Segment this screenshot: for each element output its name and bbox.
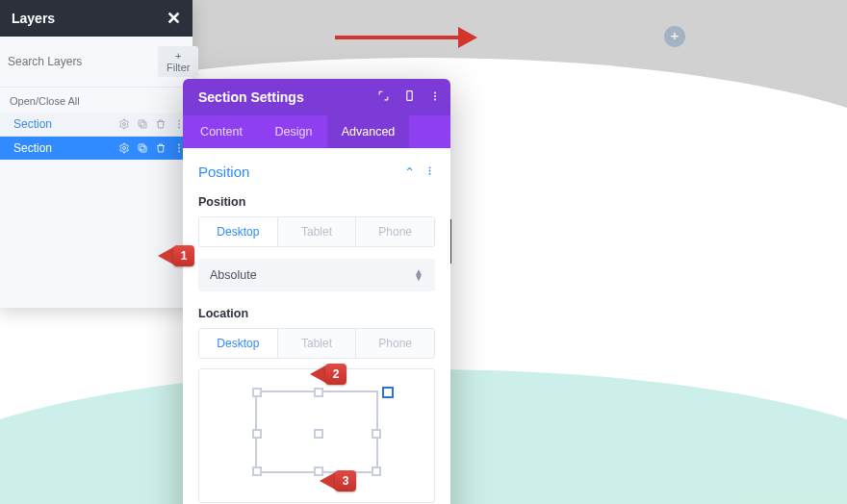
location-label: Location: [198, 307, 435, 320]
layer-label: Section: [13, 141, 52, 155]
svg-point-9: [178, 144, 180, 146]
svg-point-6: [123, 147, 126, 150]
annotation-step-2: 2: [310, 364, 346, 385]
settings-header: Section Settings: [183, 79, 450, 115]
device-preview-icon[interactable]: [403, 89, 416, 105]
svg-point-11: [178, 151, 180, 153]
gear-icon[interactable]: [118, 142, 130, 154]
select-caret-icon: ▲▼: [414, 269, 424, 281]
chevron-up-icon[interactable]: ⌄: [404, 164, 415, 179]
device-phone[interactable]: Phone: [355, 329, 434, 358]
svg-point-0: [123, 123, 126, 126]
svg-point-18: [429, 172, 431, 174]
device-phone[interactable]: Phone: [355, 217, 434, 246]
accordion-title: Position: [198, 164, 249, 180]
duplicate-icon[interactable]: [137, 142, 148, 154]
tab-design[interactable]: Design: [260, 115, 327, 148]
location-anchor-picker: [198, 368, 435, 503]
annotation-step-1: 1: [158, 245, 194, 266]
search-input[interactable]: [8, 55, 152, 68]
svg-point-16: [429, 166, 431, 168]
device-desktop[interactable]: Desktop: [199, 217, 277, 246]
layers-header: Layers ✕: [0, 0, 192, 37]
layers-title: Layers: [12, 11, 55, 26]
layer-item-active[interactable]: Section: [0, 137, 192, 160]
svg-rect-7: [141, 146, 146, 152]
svg-point-14: [434, 95, 436, 97]
settings-title: Section Settings: [198, 89, 304, 105]
gear-icon[interactable]: [118, 118, 130, 130]
layer-item[interactable]: Section: [0, 113, 192, 137]
anchor-top-center[interactable]: [314, 388, 323, 397]
annotation-step-3: 3: [320, 470, 356, 491]
anchor-middle-left[interactable]: [252, 429, 262, 439]
trash-icon[interactable]: [155, 142, 167, 154]
tab-content[interactable]: Content: [183, 115, 260, 148]
svg-rect-2: [139, 120, 144, 126]
settings-tabs: Content Design Advanced: [183, 115, 450, 148]
tab-advanced[interactable]: Advanced: [327, 115, 409, 148]
open-close-all[interactable]: Open/Close All: [0, 87, 192, 113]
device-tablet[interactable]: Tablet: [277, 329, 356, 358]
trash-icon[interactable]: [155, 118, 167, 130]
anchor-middle-right[interactable]: [372, 429, 381, 439]
svg-rect-1: [141, 122, 146, 128]
svg-point-4: [178, 123, 180, 125]
svg-point-10: [178, 147, 180, 149]
more-icon[interactable]: [424, 164, 435, 180]
svg-point-17: [429, 169, 431, 171]
svg-rect-8: [139, 144, 144, 150]
expand-icon[interactable]: [377, 89, 390, 105]
accordion-position[interactable]: Position ⌄: [198, 164, 435, 180]
svg-point-3: [178, 120, 180, 122]
position-select[interactable]: Absolute ▲▼: [198, 259, 435, 291]
position-label: Position: [198, 195, 435, 209]
location-device-toggle: Desktop Tablet Phone: [198, 328, 435, 359]
section-settings-panel: Section Settings Content Design Advanced…: [183, 79, 450, 504]
duplicate-icon[interactable]: [137, 118, 148, 130]
close-icon[interactable]: ✕: [167, 8, 181, 29]
svg-point-5: [178, 127, 180, 129]
position-value: Absolute: [210, 268, 257, 282]
more-icon[interactable]: [429, 89, 441, 106]
layers-search-row: + Filter: [0, 37, 192, 87]
anchor-top-right-selected[interactable]: [382, 387, 394, 398]
device-tablet[interactable]: Tablet: [277, 217, 356, 246]
add-section-button[interactable]: +: [664, 26, 685, 47]
device-desktop[interactable]: Desktop: [199, 329, 277, 358]
position-device-toggle: Desktop Tablet Phone: [198, 216, 435, 247]
annotation-arrow: [335, 29, 479, 48]
svg-point-13: [434, 91, 436, 93]
filter-button[interactable]: + Filter: [158, 46, 198, 77]
anchor-top-left[interactable]: [252, 388, 262, 397]
anchor-bottom-left[interactable]: [252, 466, 262, 476]
layer-label: Section: [13, 117, 52, 131]
svg-point-15: [434, 98, 436, 100]
anchor-bottom-right[interactable]: [372, 466, 381, 476]
anchor-middle-center[interactable]: [314, 429, 323, 439]
svg-rect-12: [407, 91, 412, 101]
